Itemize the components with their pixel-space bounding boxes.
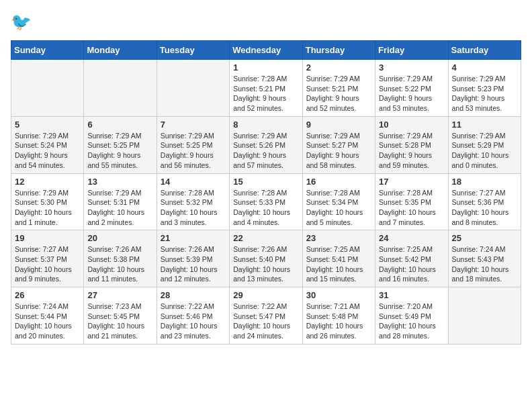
day-info: Sunrise: 7:27 AM Sunset: 5:36 PM Dayligh…	[452, 188, 517, 228]
day-info: Sunrise: 7:29 AM Sunset: 5:27 PM Dayligh…	[306, 131, 371, 171]
day-number: 28	[161, 290, 226, 300]
day-info: Sunrise: 7:27 AM Sunset: 5:37 PM Dayligh…	[15, 244, 80, 284]
day-number: 14	[161, 177, 226, 187]
day-info: Sunrise: 7:28 AM Sunset: 5:21 PM Dayligh…	[233, 74, 298, 113]
calendar-week-1: 1Sunrise: 7:28 AM Sunset: 5:21 PM Daylig…	[11, 60, 521, 117]
day-info: Sunrise: 7:29 AM Sunset: 5:24 PM Dayligh…	[15, 131, 80, 171]
day-number: 23	[306, 233, 371, 243]
calendar-week-4: 19Sunrise: 7:27 AM Sunset: 5:37 PM Dayli…	[11, 230, 521, 287]
day-info: Sunrise: 7:28 AM Sunset: 5:34 PM Dayligh…	[306, 188, 371, 228]
calendar-cell: 22Sunrise: 7:26 AM Sunset: 5:40 PM Dayli…	[230, 230, 302, 287]
day-info: Sunrise: 7:22 AM Sunset: 5:46 PM Dayligh…	[161, 302, 226, 341]
calendar-cell: 13Sunrise: 7:29 AM Sunset: 5:31 PM Dayli…	[84, 173, 157, 230]
day-number: 5	[15, 120, 80, 130]
calendar-cell: 17Sunrise: 7:28 AM Sunset: 5:35 PM Dayli…	[375, 173, 448, 230]
logo: 🐦	[11, 11, 35, 32]
calendar-cell: 23Sunrise: 7:25 AM Sunset: 5:41 PM Dayli…	[302, 230, 375, 287]
day-info: Sunrise: 7:24 AM Sunset: 5:43 PM Dayligh…	[452, 244, 517, 284]
calendar-cell: 18Sunrise: 7:27 AM Sunset: 5:36 PM Dayli…	[448, 173, 521, 230]
calendar-cell: 4Sunrise: 7:29 AM Sunset: 5:23 PM Daylig…	[448, 60, 521, 117]
day-info: Sunrise: 7:29 AM Sunset: 5:28 PM Dayligh…	[379, 131, 444, 171]
day-number: 24	[379, 233, 444, 243]
day-info: Sunrise: 7:25 AM Sunset: 5:42 PM Dayligh…	[379, 244, 444, 284]
logo-icon: 🐦	[11, 11, 32, 32]
day-info: Sunrise: 7:21 AM Sunset: 5:48 PM Dayligh…	[306, 302, 371, 341]
day-number: 26	[15, 290, 80, 300]
page-header: 🐦	[11, 11, 521, 32]
day-info: Sunrise: 7:29 AM Sunset: 5:26 PM Dayligh…	[233, 131, 298, 171]
weekday-monday: Monday	[84, 41, 157, 60]
day-info: Sunrise: 7:29 AM Sunset: 5:22 PM Dayligh…	[379, 74, 444, 113]
calendar-cell	[448, 287, 521, 345]
day-number: 13	[87, 177, 152, 187]
day-number: 10	[379, 120, 444, 130]
day-info: Sunrise: 7:29 AM Sunset: 5:25 PM Dayligh…	[87, 131, 152, 171]
calendar-cell: 12Sunrise: 7:29 AM Sunset: 5:30 PM Dayli…	[11, 173, 84, 230]
calendar-cell: 5Sunrise: 7:29 AM Sunset: 5:24 PM Daylig…	[11, 116, 84, 173]
calendar-cell: 31Sunrise: 7:20 AM Sunset: 5:49 PM Dayli…	[375, 287, 448, 345]
day-number: 25	[452, 233, 517, 243]
day-number: 20	[87, 233, 152, 243]
day-number: 8	[233, 120, 298, 130]
day-number: 18	[452, 177, 517, 187]
calendar-cell: 3Sunrise: 7:29 AM Sunset: 5:22 PM Daylig…	[375, 60, 448, 117]
day-number: 30	[306, 290, 371, 300]
calendar-week-5: 26Sunrise: 7:24 AM Sunset: 5:44 PM Dayli…	[11, 287, 521, 345]
calendar-cell	[11, 60, 84, 117]
day-number: 7	[161, 120, 226, 130]
calendar-cell: 7Sunrise: 7:29 AM Sunset: 5:25 PM Daylig…	[157, 116, 229, 173]
calendar-week-3: 12Sunrise: 7:29 AM Sunset: 5:30 PM Dayli…	[11, 173, 521, 230]
calendar-cell: 19Sunrise: 7:27 AM Sunset: 5:37 PM Dayli…	[11, 230, 84, 287]
weekday-tuesday: Tuesday	[157, 41, 229, 60]
calendar-cell	[157, 60, 229, 117]
weekday-saturday: Saturday	[448, 41, 521, 60]
calendar-cell: 24Sunrise: 7:25 AM Sunset: 5:42 PM Dayli…	[375, 230, 448, 287]
day-number: 2	[306, 62, 371, 73]
weekday-thursday: Thursday	[302, 41, 375, 60]
calendar-cell: 11Sunrise: 7:29 AM Sunset: 5:29 PM Dayli…	[448, 116, 521, 173]
calendar-body: 1Sunrise: 7:28 AM Sunset: 5:21 PM Daylig…	[11, 60, 521, 345]
day-number: 16	[306, 177, 371, 187]
calendar-cell: 20Sunrise: 7:26 AM Sunset: 5:38 PM Dayli…	[84, 230, 157, 287]
calendar-cell: 30Sunrise: 7:21 AM Sunset: 5:48 PM Dayli…	[302, 287, 375, 345]
calendar-cell: 21Sunrise: 7:26 AM Sunset: 5:39 PM Dayli…	[157, 230, 229, 287]
day-number: 22	[233, 233, 298, 243]
calendar-header: SundayMondayTuesdayWednesdayThursdayFrid…	[11, 41, 521, 60]
day-info: Sunrise: 7:25 AM Sunset: 5:41 PM Dayligh…	[306, 244, 371, 284]
calendar-cell: 28Sunrise: 7:22 AM Sunset: 5:46 PM Dayli…	[157, 287, 229, 345]
day-number: 12	[15, 177, 80, 187]
calendar-cell: 29Sunrise: 7:22 AM Sunset: 5:47 PM Dayli…	[230, 287, 302, 345]
calendar-cell: 16Sunrise: 7:28 AM Sunset: 5:34 PM Dayli…	[302, 173, 375, 230]
calendar-week-2: 5Sunrise: 7:29 AM Sunset: 5:24 PM Daylig…	[11, 116, 521, 173]
day-number: 11	[452, 120, 517, 130]
day-number: 4	[452, 62, 517, 73]
day-number: 1	[233, 62, 298, 73]
calendar-cell: 8Sunrise: 7:29 AM Sunset: 5:26 PM Daylig…	[230, 116, 302, 173]
day-number: 31	[379, 290, 444, 300]
day-info: Sunrise: 7:22 AM Sunset: 5:47 PM Dayligh…	[233, 302, 298, 341]
calendar-cell: 9Sunrise: 7:29 AM Sunset: 5:27 PM Daylig…	[302, 116, 375, 173]
day-info: Sunrise: 7:29 AM Sunset: 5:29 PM Dayligh…	[452, 131, 517, 171]
calendar-cell: 27Sunrise: 7:23 AM Sunset: 5:45 PM Dayli…	[84, 287, 157, 345]
calendar-cell: 1Sunrise: 7:28 AM Sunset: 5:21 PM Daylig…	[230, 60, 302, 117]
weekday-wednesday: Wednesday	[230, 41, 302, 60]
svg-text:🐦: 🐦	[11, 11, 32, 32]
day-info: Sunrise: 7:28 AM Sunset: 5:33 PM Dayligh…	[233, 188, 298, 228]
day-info: Sunrise: 7:29 AM Sunset: 5:25 PM Dayligh…	[161, 131, 226, 171]
weekday-header-row: SundayMondayTuesdayWednesdayThursdayFrid…	[11, 41, 521, 60]
day-info: Sunrise: 7:29 AM Sunset: 5:21 PM Dayligh…	[306, 74, 371, 113]
calendar-cell: 14Sunrise: 7:28 AM Sunset: 5:32 PM Dayli…	[157, 173, 229, 230]
day-number: 29	[233, 290, 298, 300]
weekday-friday: Friday	[375, 41, 448, 60]
day-info: Sunrise: 7:23 AM Sunset: 5:45 PM Dayligh…	[87, 302, 152, 341]
calendar-cell	[84, 60, 157, 117]
day-number: 9	[306, 120, 371, 130]
calendar-cell: 25Sunrise: 7:24 AM Sunset: 5:43 PM Dayli…	[448, 230, 521, 287]
day-number: 15	[233, 177, 298, 187]
day-info: Sunrise: 7:28 AM Sunset: 5:32 PM Dayligh…	[161, 188, 226, 228]
day-info: Sunrise: 7:20 AM Sunset: 5:49 PM Dayligh…	[379, 302, 444, 341]
weekday-sunday: Sunday	[11, 41, 84, 60]
day-info: Sunrise: 7:29 AM Sunset: 5:31 PM Dayligh…	[87, 188, 152, 228]
day-info: Sunrise: 7:26 AM Sunset: 5:38 PM Dayligh…	[87, 244, 152, 284]
day-number: 3	[379, 62, 444, 73]
